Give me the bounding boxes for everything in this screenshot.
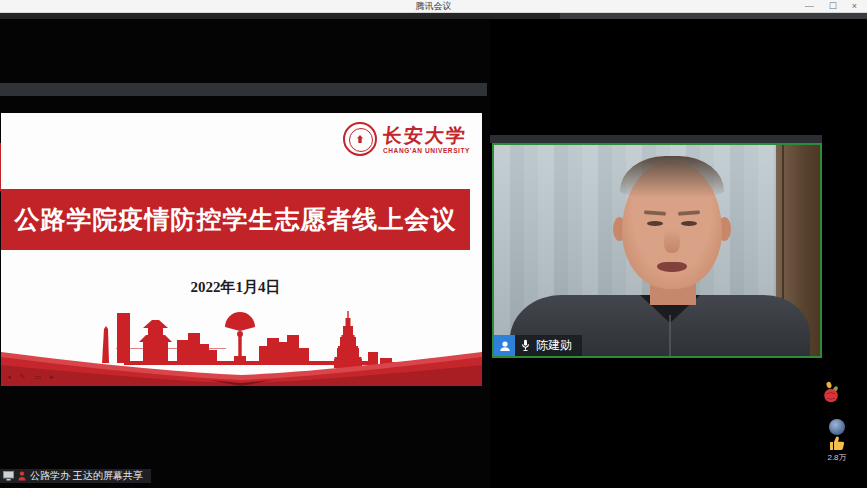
screen-share-label: 公路学办 王达的屏幕共享 — [30, 469, 143, 483]
window-title: 腾讯会议 — [416, 0, 452, 12]
participant-name-badge: 陈建勋 — [494, 335, 582, 356]
changan-university-emblem-icon — [343, 122, 377, 156]
participant-name: 陈建勋 — [536, 335, 572, 356]
presenter-person-icon — [18, 471, 26, 481]
video-cell-letterbox — [490, 135, 822, 143]
flower-reaction-icon — [821, 381, 841, 405]
tencent-meeting-window: 腾讯会议 — ☐ × 长安大学 CHANG'AN UNIVERSITY 公路学院… — [0, 0, 867, 488]
university-name-cn: 长安大学 — [382, 125, 471, 145]
microphone-icon — [520, 339, 531, 352]
slide-menu-icon: ▭ — [34, 373, 41, 381]
like-count: 2.8万 — [820, 452, 854, 463]
close-button[interactable]: × — [852, 0, 857, 12]
presentation-slide: 长安大学 CHANG'AN UNIVERSITY 公路学院疫情防控学生志愿者线上… — [1, 113, 482, 386]
participant-avatar-icon — [494, 335, 515, 356]
minimize-button[interactable]: — — [805, 0, 814, 12]
window-controls: — ☐ × — [805, 0, 857, 12]
participant-video[interactable]: 陈建勋 — [492, 143, 822, 358]
slide-title: 公路学院疫情防控学生志愿者线上会议 — [15, 203, 457, 236]
slide-title-banner: 公路学院疫情防控学生志愿者线上会议 — [1, 189, 470, 250]
screen-share-badge: 公路学办 王达的屏幕共享 — [0, 469, 151, 483]
thumbs-up-reaction-icon — [828, 435, 846, 451]
maximize-button[interactable]: ☐ — [829, 0, 837, 12]
slide-ribbon-graphic — [1, 347, 482, 386]
presenter-controls: ◂ ✎ ▭ ▸ — [7, 373, 54, 381]
shared-screen-view[interactable]: 长安大学 CHANG'AN UNIVERSITY 公路学院疫情防控学生志愿者线上… — [0, 19, 490, 488]
prev-slide-icon: ◂ — [7, 373, 11, 381]
screen-share-monitor-icon — [3, 471, 14, 481]
university-logo: 长安大学 CHANG'AN UNIVERSITY — [343, 122, 470, 156]
next-slide-icon: ▸ — [50, 373, 54, 381]
slide-date: 2022年1月4日 — [1, 278, 470, 297]
window-titlebar: 腾讯会议 — [0, 0, 867, 13]
shared-screen-letterbox — [0, 83, 487, 96]
university-name-en: CHANG'AN UNIVERSITY — [383, 147, 470, 154]
pen-tool-icon: ✎ — [20, 373, 26, 381]
participant-avatar-bubble — [829, 419, 845, 435]
